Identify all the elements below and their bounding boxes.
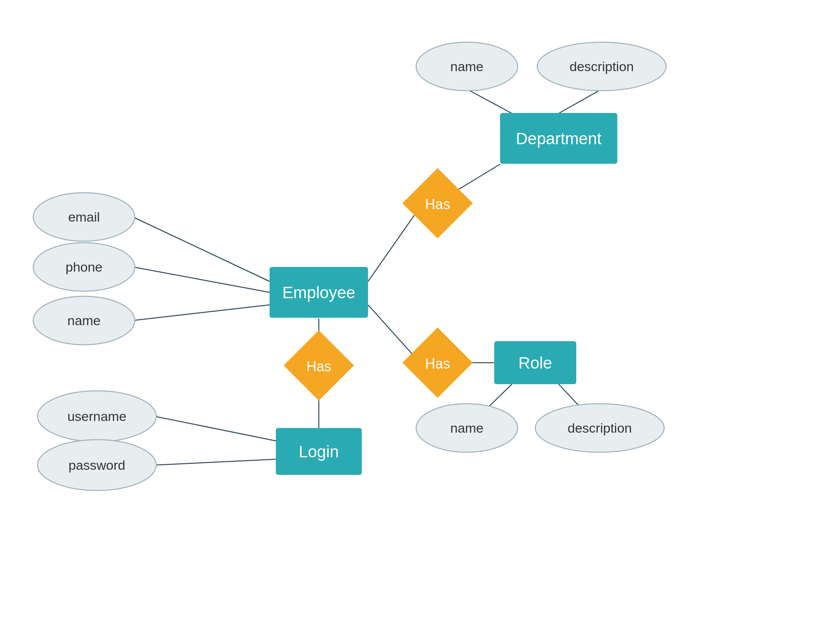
rel-has-dept-label: Has — [425, 196, 450, 212]
connector-email — [133, 217, 270, 281]
connector-login-password — [154, 459, 276, 465]
entity-department-label: Department — [516, 129, 602, 148]
connector-phone — [133, 267, 270, 292]
attr-password-label: password — [68, 458, 125, 473]
rel-has-role-label: Has — [425, 356, 450, 372]
attr-username-label: username — [67, 409, 126, 424]
attr-emp-name-label: name — [67, 313, 100, 328]
attr-role-desc-label: description — [568, 421, 632, 435]
attr-email-label: email — [68, 209, 100, 224]
connector-dept-desc — [559, 89, 602, 113]
entity-role-label: Role — [518, 354, 552, 372]
entity-employee-label: Employee — [282, 283, 356, 302]
attr-dept-name-label: name — [450, 59, 483, 74]
er-diagram: email phone name name description userna… — [0, 0, 840, 623]
connector-name-emp — [133, 305, 270, 320]
connector-hasdept-dept — [455, 164, 500, 192]
entity-login-label: Login — [299, 442, 339, 461]
connector-emp-hasdept — [368, 207, 420, 281]
attr-phone-label: phone — [66, 260, 103, 274]
connector-dept-name — [467, 89, 512, 113]
connector-login-username — [154, 416, 276, 441]
rel-has-login-label: Has — [306, 358, 331, 374]
attr-dept-desc-label: description — [570, 59, 634, 74]
attr-role-name-label: name — [450, 421, 483, 435]
